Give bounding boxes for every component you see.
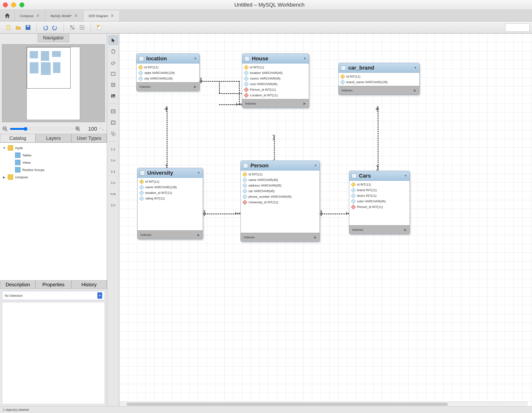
column-row[interactable]: state VARCHAR(128) xyxy=(136,70,199,76)
column-row[interactable]: car VARCHAR(45) xyxy=(241,188,320,194)
close-window-button[interactable] xyxy=(3,2,8,7)
indexes-section[interactable]: Indexes▶ xyxy=(241,233,320,242)
new-table-tool[interactable] xyxy=(109,107,118,116)
rel-carbrand-cars[interactable] xyxy=(378,106,379,170)
column-row[interactable]: name VARCHAR(128) xyxy=(137,184,203,190)
tab-compose[interactable]: Compose ✕ xyxy=(15,10,45,21)
image-tool[interactable] xyxy=(109,92,118,101)
table-person[interactable]: Person▼ id INT(11) name VARCHAR(45) addr… xyxy=(240,160,320,242)
layer-tool[interactable] xyxy=(109,69,118,78)
rel-university-person[interactable] xyxy=(202,214,240,214)
save-button[interactable] xyxy=(24,23,32,32)
zoom-slider[interactable] xyxy=(10,127,73,131)
indexes-section[interactable]: Indexes▶ xyxy=(242,99,309,108)
column-row[interactable]: id INT(11) xyxy=(241,171,320,177)
column-row[interactable]: color VARCHAR(45) xyxy=(349,198,409,204)
navigator-panel-tab[interactable]: Navigator xyxy=(38,34,69,42)
eraser-tool[interactable] xyxy=(109,58,118,67)
rel-1-1-id-tool[interactable]: 1:1 xyxy=(109,167,118,176)
tree-item-routine-groups[interactable]: Routine Groups xyxy=(1,166,105,173)
tree-item-views[interactable]: Views xyxy=(1,159,105,166)
new-view-tool[interactable] xyxy=(109,118,118,127)
tab-mysql-model[interactable]: MySQL Model* ✕ xyxy=(45,10,84,21)
column-row[interactable]: location_id INT(11) xyxy=(137,190,203,196)
column-row[interactable]: location VARCHAR(45) xyxy=(242,70,309,76)
chevron-down-icon[interactable]: ▼ xyxy=(414,66,417,70)
tab-catalog[interactable]: Catalog xyxy=(0,134,36,142)
chevron-down-icon[interactable]: ▼ xyxy=(303,57,306,60)
rel-1-n-non-id-tool[interactable]: 1:n xyxy=(109,156,118,165)
rel-location-university[interactable] xyxy=(167,106,167,168)
table-house[interactable]: House▼ id INT(11) location VARCHAR(45) r… xyxy=(242,54,309,108)
column-row[interactable]: brand INT(11) xyxy=(349,187,409,193)
new-routine-group-tool[interactable] xyxy=(109,129,118,138)
column-row[interactable]: rooms VARCHAR(45) xyxy=(242,76,309,81)
diagram-canvas[interactable]: ╟ ⊢< ╪ ⊢< ⊢< ╪ ╪ ⊢< ╟ ⊢< ╟ ⊢< location▼ … xyxy=(119,34,532,406)
minimize-window-button[interactable] xyxy=(11,2,16,7)
table-university[interactable]: University▼ id INT(11) name VARCHAR(128)… xyxy=(137,168,203,239)
chevron-down-icon[interactable]: ▼ xyxy=(197,171,200,175)
table-location[interactable]: location▼ id INT(11) state VARCHAR(128) … xyxy=(136,54,200,91)
column-row[interactable]: Person_id INT(11) xyxy=(349,204,409,210)
column-row[interactable]: Location_id INT(11) xyxy=(242,93,309,98)
tab-eer-diagram[interactable]: EER Diagram ✕ xyxy=(84,10,120,21)
column-row[interactable]: id INT(11) xyxy=(137,179,203,184)
home-tab[interactable] xyxy=(0,10,15,21)
indexes-section[interactable]: Indexes▶ xyxy=(339,86,419,95)
column-row[interactable]: address VARCHAR(45) xyxy=(241,183,320,188)
toggle-grid-button[interactable] xyxy=(68,23,76,32)
chevron-down-icon[interactable]: ▼ xyxy=(404,174,407,178)
tab-layers[interactable]: Layers xyxy=(36,134,71,142)
indexes-section[interactable]: Indexes▶ xyxy=(136,82,199,91)
navigator-preview[interactable] xyxy=(2,44,105,122)
tab-history[interactable]: History xyxy=(71,280,107,289)
tab-properties[interactable]: Properties xyxy=(36,280,71,289)
chevron-down-icon[interactable]: ▼ xyxy=(194,57,197,60)
tab-close-icon[interactable]: ✕ xyxy=(111,13,114,19)
canvas-hscrollbar[interactable] xyxy=(119,402,528,406)
tab-user-types[interactable]: User Types xyxy=(71,134,107,142)
column-row[interactable]: id INT(11) xyxy=(136,65,199,70)
tree-db-compose[interactable]: ▶compose xyxy=(1,173,105,181)
column-row[interactable]: phone_number VARCHAR(45) xyxy=(241,194,320,199)
column-row[interactable]: doors INT(11) xyxy=(349,193,409,198)
note-tool[interactable]: N xyxy=(109,80,118,90)
maximize-window-button[interactable] xyxy=(19,2,24,7)
open-file-button[interactable] xyxy=(14,23,22,32)
column-row[interactable]: cost VARCHAR(45) xyxy=(242,81,309,87)
column-row[interactable]: University_id INT(11) xyxy=(241,199,320,205)
column-row[interactable]: id INT(11) xyxy=(339,74,419,79)
chevron-down-icon[interactable]: ▼ xyxy=(314,164,317,167)
new-file-button[interactable] xyxy=(4,23,13,32)
column-row[interactable]: id INT(11) xyxy=(242,65,309,70)
rel-1-n-id-tool[interactable]: 1:n xyxy=(109,178,118,187)
tree-db-mydb[interactable]: ▼mydb xyxy=(1,144,105,151)
description-area[interactable] xyxy=(2,302,105,404)
tree-item-tables[interactable]: Tables xyxy=(1,151,105,159)
rel-1-1-non-id-tool[interactable]: 1:1 xyxy=(109,144,118,154)
zoom-in-icon[interactable] xyxy=(75,126,81,131)
rel-1-n-existing-tool[interactable]: 1:n xyxy=(109,200,118,210)
schema-tree[interactable]: ▼mydb Tables Views Routine Groups ▶compo… xyxy=(0,142,107,280)
tab-close-icon[interactable]: ✕ xyxy=(36,13,40,19)
new-document-button[interactable] xyxy=(95,23,104,32)
rel-n-m-tool[interactable]: n:m xyxy=(109,189,118,198)
tab-description[interactable]: Description xyxy=(0,280,36,289)
column-row[interactable]: Person_id INT(11) xyxy=(242,87,309,93)
redo-button[interactable] xyxy=(51,23,59,32)
scrollbar-thumb[interactable] xyxy=(127,403,448,406)
table-cars[interactable]: Cars▼ id INT(11) brand INT(11) doors INT… xyxy=(349,171,410,234)
pointer-tool[interactable] xyxy=(109,36,118,45)
column-row[interactable]: id INT(11) xyxy=(349,182,409,187)
indexes-section[interactable]: Indexes▶ xyxy=(137,230,203,239)
undo-button[interactable] xyxy=(41,23,49,32)
selection-dropdown[interactable]: No Selection ▾ xyxy=(2,291,105,300)
column-row[interactable]: rating INT(11) xyxy=(137,196,203,201)
column-row[interactable]: city VARCHAR(128) xyxy=(136,76,199,81)
zoom-stepper-icon[interactable]: ⌃⌄ xyxy=(99,127,104,131)
indexes-section[interactable]: Indexes▶ xyxy=(349,225,409,234)
hand-tool[interactable] xyxy=(109,47,118,56)
toggle-align-button[interactable] xyxy=(78,23,86,32)
table-car-brand[interactable]: car_brand▼ id INT(11) brand_name VARCHAR… xyxy=(338,63,419,95)
tab-close-icon[interactable]: ✕ xyxy=(74,13,78,19)
